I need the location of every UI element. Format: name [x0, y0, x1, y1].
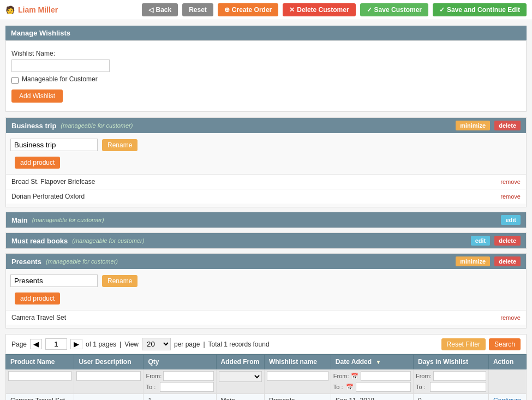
filter-qty-to-input[interactable] — [160, 382, 213, 392]
col-wishlist-name: Whishlist name — [264, 355, 331, 369]
filter-days-to-input[interactable] — [430, 382, 486, 392]
reset-button[interactable]: Reset — [182, 3, 213, 16]
table-header-row: Product Name User Description Qty Added … — [6, 355, 527, 369]
view-label: View — [124, 341, 139, 348]
product-row: Broad St. Flapover Briefcase remove — [6, 174, 526, 189]
filter-qty-cell: From: To : — [144, 369, 216, 394]
edit-button[interactable]: edit — [501, 215, 521, 225]
wishlist-rename-input[interactable] — [10, 139, 98, 151]
next-page-button[interactable]: ▶ — [70, 339, 82, 349]
create-order-button[interactable]: ⊕ Create Order — [218, 3, 278, 16]
add-wishlist-button[interactable]: Add Wishlist — [11, 89, 63, 103]
wishlist-item-1: Main (manageable for customer) edit — [5, 212, 527, 228]
save-customer-button[interactable]: ✓ Save Customer — [360, 3, 428, 16]
wishlist-item-0: Business trip (manageable for customer) … — [5, 117, 527, 207]
check-icon: ✓ — [367, 6, 372, 14]
remove-product-link[interactable]: remove — [500, 193, 521, 200]
filter-qty-from-input[interactable] — [163, 371, 213, 381]
minimize-button[interactable]: minimize — [456, 256, 490, 266]
manageable-checkbox-row: Manageable for Customer — [11, 75, 521, 85]
delete-wishlist-button[interactable]: delete — [494, 256, 521, 266]
back-icon: ◁ — [148, 6, 153, 14]
sort-arrow-icon: ▼ — [375, 359, 381, 365]
wishlist-name-form: Wishlist Name: Manageable for Customer A… — [11, 46, 521, 106]
page-number-input[interactable] — [45, 338, 67, 350]
remove-product-link[interactable]: remove — [500, 314, 521, 321]
wishlist-header: Business trip (manageable for customer) … — [6, 118, 526, 133]
manageable-checkbox[interactable] — [11, 77, 19, 84]
wishlist-name: Must read books — [11, 237, 68, 245]
col-date-added[interactable]: Date Added ▼ — [331, 355, 413, 369]
add-product-button[interactable]: add product — [15, 292, 60, 305]
rename-row: Rename — [6, 272, 526, 289]
remove-product-link[interactable]: remove — [500, 178, 521, 185]
cell-qty: 1 — [144, 394, 216, 401]
back-button[interactable]: ◁ Back — [142, 3, 178, 16]
col-days-in-wishlist: Days in Wishlist — [413, 355, 488, 369]
rename-button[interactable]: Rename — [102, 139, 138, 151]
wishlist-data-table: Product Name User Description Qty Added … — [5, 354, 527, 400]
delete-wishlist-button[interactable]: delete — [494, 236, 521, 246]
total-records: Total 1 records found — [208, 341, 270, 348]
filter-date-from-input[interactable] — [361, 371, 411, 381]
cal-from-icon[interactable]: 📅 — [351, 373, 358, 380]
col-product-name: Product Name — [6, 355, 74, 369]
cell-user-description — [74, 394, 144, 401]
cal-to-icon[interactable]: 📅 — [346, 384, 354, 391]
filter-date-to-input[interactable] — [356, 382, 411, 392]
cell-action: Configure Delete — [488, 394, 526, 401]
search-button[interactable]: Search — [489, 338, 521, 350]
col-added-from: Added From — [216, 355, 264, 369]
pipe-separator2: | — [203, 341, 205, 348]
reset-filter-button[interactable]: Reset Filter — [441, 338, 486, 350]
col-action: Action — [488, 355, 526, 369]
delete-wishlist-button[interactable]: delete — [494, 121, 521, 130]
manage-wishlists-body: Wishlist Name: Manageable for Customer A… — [5, 40, 527, 112]
wishlist-header: Presents (manageable for customer) minim… — [6, 254, 526, 269]
add-product-button[interactable]: add product — [15, 157, 60, 169]
cell-days-in-wishlist: 0 — [413, 394, 488, 401]
manageable-badge: (manageable for customer) — [61, 122, 133, 129]
manage-wishlists-section: Manage Wishlists Wishlist Name: Manageab… — [5, 26, 527, 112]
wishlist-item-2: Must read books (manageable for customer… — [5, 232, 527, 249]
filter-product-name-input[interactable] — [8, 371, 71, 381]
filter-user-desc-cell — [74, 369, 144, 394]
per-page-select[interactable]: 20 50 100 — [142, 338, 171, 350]
configure-link[interactable]: Configure — [493, 397, 522, 400]
manageable-label: Manageable for Customer — [22, 75, 98, 83]
wishlist-header: Must read books (manageable for customer… — [6, 233, 526, 248]
product-name: Dorian Perforated Oxford — [11, 193, 500, 200]
check-circle-icon: ✓ — [439, 6, 445, 14]
pipe-separator: | — [119, 341, 121, 348]
rename-button[interactable]: Rename — [102, 275, 138, 287]
product-name: Broad St. Flapover Briefcase — [11, 178, 500, 186]
col-user-description: User Description — [74, 355, 144, 369]
cell-added-from: Main WebsiteMadison IslandEnglish — [216, 394, 264, 401]
filter-wishlist-name-cell — [264, 369, 331, 394]
minimize-button[interactable]: minimize — [456, 121, 490, 130]
wishlist-rename-input[interactable] — [10, 274, 98, 287]
filter-days-from-input[interactable] — [433, 371, 486, 381]
wishlist-body: Rename add product Camera Travel Set rem… — [6, 269, 526, 328]
cell-product-name: Camera Travel Set — [6, 394, 74, 401]
product-row: Camera Travel Set remove — [6, 310, 526, 325]
wishlist-body: Rename add product Broad St. Flapover Br… — [6, 133, 526, 207]
edit-button[interactable]: edit — [471, 236, 491, 246]
wishlist-name: Business trip — [11, 122, 56, 130]
manage-wishlists-header: Manage Wishlists — [5, 26, 527, 40]
wishlist-item-3: Presents (manageable for customer) minim… — [5, 253, 527, 329]
wishlist-name-input[interactable] — [11, 59, 110, 72]
table-row: Camera Travel Set 1 Main WebsiteMadison … — [6, 394, 527, 401]
filter-added-from-select[interactable]: Main Website — [219, 371, 262, 382]
page-label: Page — [11, 341, 27, 348]
filter-date-added-cell: From: 📅 To : 📅 — [331, 369, 413, 394]
save-continue-button[interactable]: ✓ Save and Continue Edit — [433, 3, 527, 16]
prev-page-button[interactable]: ◀ — [30, 339, 42, 349]
delete-customer-button[interactable]: ✕ Delete Customer — [283, 3, 355, 16]
of-pages: of 1 pages — [86, 341, 116, 348]
product-row: Dorian Perforated Oxford remove — [6, 189, 526, 204]
main-content: Manage Wishlists Wishlist Name: Manageab… — [0, 20, 532, 400]
pagination-bar: Page ◀ ▶ of 1 pages | View 20 50 100 per… — [5, 334, 527, 354]
filter-wishlist-name-input[interactable] — [267, 371, 328, 381]
filter-user-desc-input[interactable] — [76, 371, 141, 381]
